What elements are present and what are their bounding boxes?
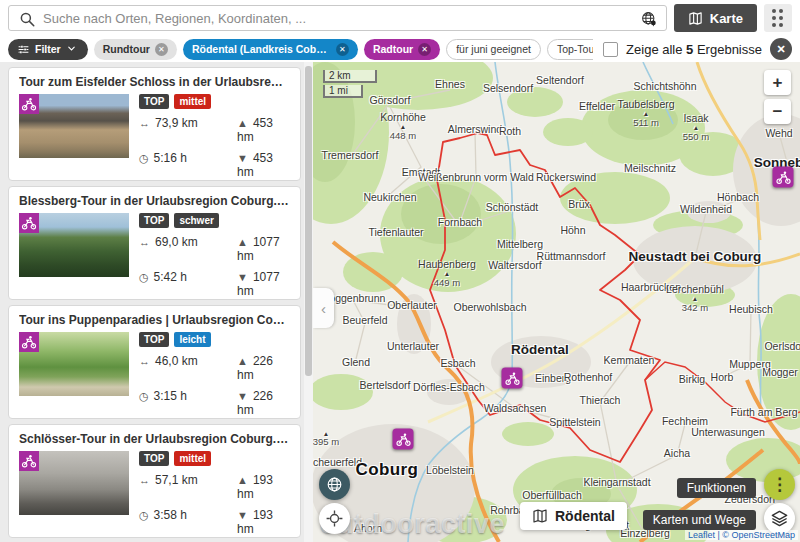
globe-view-button[interactable]: [319, 469, 350, 500]
map-place-label: Selsendorf: [483, 82, 533, 94]
map-place-label: Rödental: [511, 342, 569, 357]
descent-icon: ▼: [237, 509, 248, 521]
map-icon: [688, 11, 703, 26]
map-place-label: Rothenhof: [564, 371, 612, 383]
region-context-button[interactable]: Rödental: [520, 502, 627, 530]
map-place-label: Oberlauter: [387, 299, 437, 311]
zoom-in-button[interactable]: +: [764, 70, 791, 95]
map-place-label: Heubisch: [729, 303, 773, 315]
map-place-label: Rückerswind: [536, 171, 596, 183]
search-bar[interactable]: [8, 5, 667, 31]
tour-card[interactable]: Blessberg-Tour in der Urlaubsregion Cobu…: [8, 186, 301, 300]
show-all-checkbox[interactable]: [603, 42, 618, 57]
ascent-icon: ▲: [237, 355, 248, 367]
sliders-icon: [17, 43, 30, 56]
chip-top-touren[interactable]: Top-Touren: [547, 39, 593, 60]
filter-button[interactable]: Filter: [8, 39, 88, 60]
duration-icon: ◷: [139, 390, 149, 402]
map-attribution[interactable]: Leaflet | © OpenStreetMap: [685, 530, 798, 540]
map-place-label: Waldsachsen: [484, 402, 547, 414]
map-place-label: Kemmaten: [604, 354, 655, 366]
duration-value: 5:42 h: [154, 270, 187, 284]
tour-title: Tour zum Eisfelder Schloss in der Urlaub…: [19, 75, 290, 89]
tour-map-marker[interactable]: [502, 368, 523, 389]
remove-chip-icon[interactable]: ✕: [418, 43, 431, 56]
map-place-label: Oberwohlsbach: [454, 301, 527, 313]
chip-rundtour[interactable]: Rundtour ✕: [94, 39, 177, 60]
map-place-label: Dörfles-Esbach: [413, 381, 485, 393]
map-place-label: Bertelsdorf: [360, 379, 411, 391]
cycling-icon: [19, 332, 39, 352]
map-place-label: Horb: [711, 371, 734, 383]
map-peak-label: Haubenberg▲449 m: [418, 258, 476, 288]
ascent-icon: ▲: [237, 474, 248, 486]
scale-km: 2 km: [323, 70, 377, 83]
ascent-icon: ▲: [237, 117, 248, 129]
map-place-label: Hönbach: [717, 191, 759, 203]
chip-radtour[interactable]: Radtour ✕: [364, 39, 440, 60]
map-place-label: Spittelstein: [549, 416, 600, 428]
globe-icon: [325, 475, 344, 494]
locate-button[interactable]: [319, 503, 350, 534]
collapse-panel-button[interactable]: ‹: [313, 288, 334, 328]
map-place-label: Aicha: [664, 447, 690, 459]
kebab-menu-icon: ⋮: [771, 474, 788, 495]
map-place-label: Glend: [342, 356, 370, 368]
tour-stats: ↔69,0 km ▲1077 hm ◷5:42 h ▼1077 hm: [139, 235, 290, 298]
apps-grid-button[interactable]: [764, 4, 792, 32]
crosshair-icon: [325, 509, 344, 528]
map[interactable]: GörsdorfEhnesSelsendorfSeltendorfSchicht…: [313, 62, 800, 542]
map-peak-label: Kornhöhe▲448 m: [380, 111, 426, 141]
cycling-icon: [19, 451, 39, 471]
map-place-label: Roth: [499, 125, 521, 137]
top-badge: TOP: [139, 451, 169, 466]
map-place-label: Fornbach: [438, 216, 482, 228]
cycling-icon: [19, 94, 39, 114]
tour-photo: [19, 94, 129, 158]
descent-icon: ▼: [237, 152, 248, 164]
cycling-icon: [19, 213, 39, 233]
map-place-label: Effelder: [579, 100, 615, 112]
map-labels: GörsdorfEhnesSelsendorfSeltendorfSchicht…: [313, 62, 800, 542]
map-place-label: Waltersdorf: [488, 259, 541, 271]
tour-photo: [19, 451, 129, 515]
map-place-label: Coburg: [356, 460, 419, 480]
map-place-label: Unterlauter: [387, 340, 439, 352]
duration-icon: ◷: [139, 271, 149, 283]
tour-card-list: Tour zum Eisfelder Schloss in der Urlaub…: [0, 62, 313, 538]
chip-juni[interactable]: für juni geeignet: [446, 39, 541, 60]
chip-region-roedental[interactable]: Rödental (Landkreis Coburg, ... ✕: [183, 39, 358, 60]
globe-pin-icon[interactable]: [640, 10, 658, 28]
tour-stats: ↔46,0 km ▲226 hm ◷3:15 h ▼226 hm: [139, 354, 290, 417]
scrollbar-thumb[interactable]: [305, 66, 312, 376]
top-badge: TOP: [139, 94, 169, 109]
duration-icon: ◷: [139, 152, 149, 164]
map-place-label: Kleingarnstadt: [583, 476, 650, 488]
tour-title: Blessberg-Tour in der Urlaubsregion Cobu…: [19, 194, 290, 208]
map-place-label: Ehnes: [435, 78, 465, 90]
functions-button[interactable]: ⋮: [764, 469, 795, 500]
zoom-out-button[interactable]: −: [764, 99, 791, 124]
tour-map-marker[interactable]: [393, 429, 414, 450]
remove-chip-icon[interactable]: ✕: [155, 43, 168, 56]
tour-card[interactable]: Tour ins Puppenparadies | Urlaubsregion …: [8, 305, 301, 419]
tour-card[interactable]: Tour zum Eisfelder Schloss in der Urlaub…: [8, 67, 301, 181]
map-place-label: Weißenbrunn vorm Wald: [418, 171, 534, 183]
close-results-button[interactable]: ✕: [770, 38, 792, 60]
descent-icon: ▼: [237, 390, 248, 402]
tour-card[interactable]: Schlösser-Tour in der Urlaubsregion Cobu…: [8, 424, 301, 538]
map-place-label: Schichtshöhn: [633, 80, 696, 92]
map-view-button[interactable]: Karte: [674, 4, 757, 32]
map-place-label: Schönstädt: [486, 201, 539, 213]
difficulty-badge: mittel: [174, 451, 211, 466]
top-badge: TOP: [139, 332, 169, 347]
map-place-label: Seltendorf: [536, 74, 584, 86]
distance-icon: ↔: [139, 355, 150, 367]
panel-scrollbar[interactable]: [304, 62, 313, 542]
difficulty-badge: leicht: [174, 332, 210, 347]
remove-chip-icon[interactable]: ✕: [336, 43, 349, 56]
search-input[interactable]: [9, 6, 666, 30]
duration-value: 3:15 h: [154, 389, 187, 403]
tour-map-marker[interactable]: [773, 167, 794, 188]
map-view-label: Karte: [710, 11, 743, 26]
